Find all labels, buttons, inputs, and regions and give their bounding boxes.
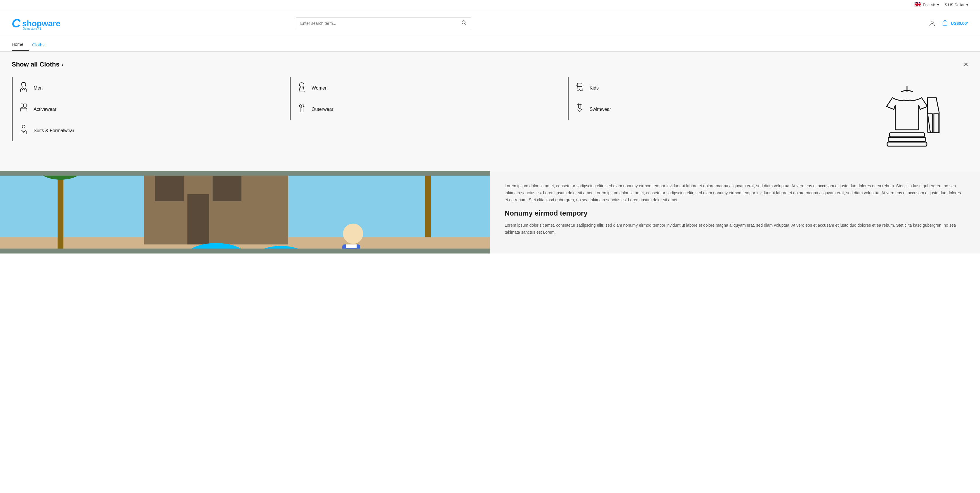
women-label: Women <box>312 86 328 91</box>
category-men[interactable]: Men <box>12 77 290 98</box>
category-col-2: Kids Swimwear <box>568 77 846 159</box>
close-icon: × <box>964 60 968 69</box>
search-icon <box>461 20 467 25</box>
category-kids[interactable]: Kids <box>568 77 846 98</box>
user-icon <box>929 20 935 27</box>
swimwear-icon <box>574 103 585 115</box>
kids-label: Kids <box>590 86 599 91</box>
mega-menu-header: Show all Cloths › × <box>12 60 968 68</box>
svg-text:C: C <box>12 16 21 30</box>
currency-selector[interactable]: $ US-Dollar ▾ <box>945 3 968 7</box>
search-box <box>296 17 471 29</box>
show-all-chevron: › <box>62 62 64 68</box>
svg-rect-24 <box>578 83 582 87</box>
nav-item-home[interactable]: Home <box>12 37 29 51</box>
show-all-cloths-link[interactable]: Show all Cloths › <box>12 61 64 68</box>
category-outerwear[interactable]: Outerwear <box>290 98 568 120</box>
svg-rect-19 <box>24 104 26 107</box>
svg-rect-8 <box>915 4 921 5</box>
nav-item-cloths[interactable]: Cloths <box>32 38 51 51</box>
show-all-label: Show all Cloths <box>12 61 60 68</box>
header-actions: US$0.00* <box>929 20 968 27</box>
svg-rect-39 <box>57 176 64 249</box>
header: C shopware Demostore #1 <box>0 10 980 37</box>
language-label: English <box>923 3 935 7</box>
content-text: Lorem ipsum dolor sit amet, consetetur s… <box>490 171 980 254</box>
svg-rect-27 <box>888 137 926 141</box>
svg-rect-16 <box>22 82 26 86</box>
svg-rect-28 <box>887 142 927 146</box>
svg-rect-17 <box>22 86 25 88</box>
svg-line-13 <box>465 24 466 25</box>
kids-icon <box>574 82 585 94</box>
language-selector[interactable]: English ▾ <box>915 2 939 7</box>
content-image <box>0 171 490 254</box>
close-mega-menu-button[interactable]: × <box>964 60 968 68</box>
suit-icon <box>18 125 29 136</box>
clothing-illustration <box>846 77 968 159</box>
search-area <box>296 17 471 29</box>
woman-icon <box>296 82 307 94</box>
logo[interactable]: C shopware Demostore #1 <box>12 14 64 32</box>
svg-text:Demostore #1: Demostore #1 <box>23 27 41 30</box>
svg-rect-38 <box>188 194 209 245</box>
language-arrow: ▾ <box>937 3 939 7</box>
svg-point-14 <box>931 21 933 23</box>
search-input[interactable] <box>300 21 461 26</box>
svg-text:shopware: shopware <box>22 19 60 28</box>
cart-amount: US$0.00* <box>951 21 968 26</box>
content-image-placeholder <box>0 176 490 249</box>
mega-menu-content: Men Activewear <box>12 77 968 159</box>
cart-icon <box>942 20 948 27</box>
outerwear-icon <box>296 103 307 115</box>
top-bar: English ▾ $ US-Dollar ▾ <box>0 0 980 10</box>
category-women[interactable]: Women <box>290 77 568 98</box>
svg-point-21 <box>22 125 25 128</box>
svg-rect-37 <box>213 176 242 201</box>
svg-rect-51 <box>346 245 356 248</box>
category-col-1: Women Outerwear <box>290 77 568 159</box>
men-label: Men <box>33 86 43 91</box>
flag-icon <box>915 2 921 7</box>
man-icon <box>18 82 29 94</box>
category-suits[interactable]: Suits & Formalwear <box>12 120 290 141</box>
category-col-0: Men Activewear <box>12 77 290 159</box>
cart-button[interactable]: US$0.00* <box>942 20 968 27</box>
mega-menu: Show all Cloths › × Men <box>0 51 980 171</box>
svg-rect-18 <box>21 104 23 107</box>
content-lorem-2: Lorem ipsum dolor sit amet, consetetur s… <box>504 222 966 236</box>
content-heading: Nonumy eirmod tempory <box>504 209 966 217</box>
swimwear-label: Swimwear <box>590 107 611 112</box>
svg-rect-43 <box>425 176 431 237</box>
user-account-button[interactable] <box>929 20 935 27</box>
svg-rect-36 <box>155 176 184 201</box>
activewear-icon <box>18 103 29 115</box>
svg-rect-31 <box>934 114 939 133</box>
logo-svg: C shopware Demostore #1 <box>12 14 64 32</box>
category-swimwear[interactable]: Swimwear <box>568 98 846 120</box>
search-button[interactable] <box>461 20 467 27</box>
content-lorem-1: Lorem ipsum dolor sit amet, consetetur s… <box>504 182 966 203</box>
scene-illustration <box>0 176 490 249</box>
suits-label: Suits & Formalwear <box>33 128 75 133</box>
currency-arrow: ▾ <box>966 3 968 7</box>
main-nav: Home Cloths <box>0 37 980 51</box>
currency-label: $ US-Dollar <box>945 3 964 7</box>
svg-point-49 <box>343 224 363 244</box>
svg-rect-15 <box>943 22 947 26</box>
category-activewear[interactable]: Activewear <box>12 98 290 120</box>
clothes-illustration-svg <box>863 83 951 153</box>
content-section: Lorem ipsum dolor sit amet, consetetur s… <box>0 171 980 254</box>
activewear-label: Activewear <box>33 107 56 112</box>
outerwear-label: Outerwear <box>312 107 334 112</box>
svg-rect-26 <box>889 133 924 137</box>
